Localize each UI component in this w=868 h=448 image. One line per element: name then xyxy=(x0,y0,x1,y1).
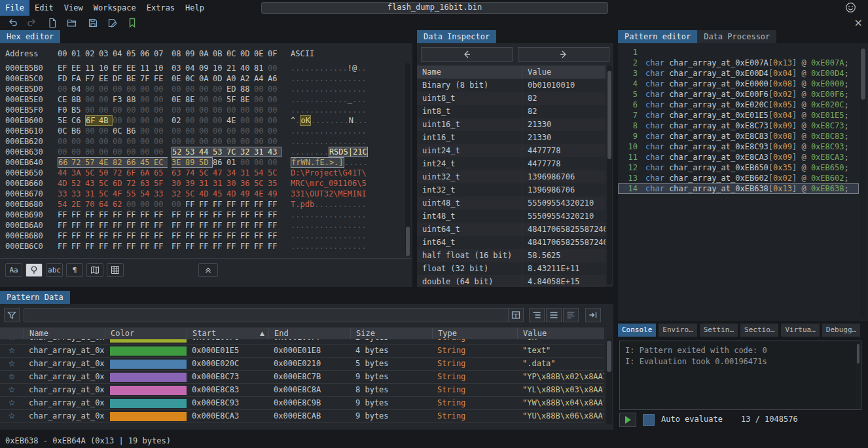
inspector-row[interactable]: uint8_t82 xyxy=(417,92,606,105)
ascii-char[interactable]: 3 xyxy=(295,189,300,199)
hex-byte[interactable]: 00 xyxy=(213,105,226,115)
menu-item-help[interactable]: Help xyxy=(180,0,209,16)
hex-byte[interactable]: FF xyxy=(71,241,85,252)
favorite-star-icon[interactable]: ☆ xyxy=(0,397,24,409)
hex-byte[interactable]: FF xyxy=(85,220,99,231)
code-line-1[interactable]: 1 xyxy=(618,47,859,58)
hex-byte[interactable]: FF xyxy=(99,210,113,220)
ascii-char[interactable]: . xyxy=(300,63,304,73)
hex-byte[interactable]: 33 xyxy=(154,189,168,199)
insert-mode-button[interactable] xyxy=(26,263,43,277)
ascii-char[interactable]: . xyxy=(329,94,333,105)
ascii-char[interactable]: . xyxy=(291,73,295,84)
inspector-row[interactable]: uint16_t21330 xyxy=(417,118,606,131)
ascii-char[interactable]: : xyxy=(295,168,300,178)
hex-byte[interactable]: 00 xyxy=(85,105,99,115)
inspector-row[interactable]: float (32 bit)8.43211E+11 xyxy=(417,262,606,275)
inspector-row[interactable]: double (64 bit)4.84058E+15 xyxy=(417,275,606,287)
hex-byte[interactable]: 00 xyxy=(99,105,113,115)
hex-byte[interactable]: 6F xyxy=(126,168,140,178)
hex-byte[interactable]: 7F xyxy=(140,73,154,84)
ascii-char[interactable]: . xyxy=(329,126,333,136)
menu-item-extras[interactable]: Extras xyxy=(141,0,180,16)
ascii-char[interactable]: . xyxy=(348,210,352,220)
ascii-char[interactable]: . xyxy=(291,241,295,252)
hex-byte[interactable]: FF xyxy=(71,210,85,220)
hex-byte[interactable]: 00 xyxy=(213,94,226,105)
hex-byte[interactable]: 2E xyxy=(71,199,85,210)
hex-byte[interactable]: A2 xyxy=(240,73,254,84)
hex-byte[interactable]: FF xyxy=(254,241,268,252)
hex-byte[interactable]: FF xyxy=(240,220,254,231)
hex-byte[interactable]: 66 xyxy=(126,157,140,168)
hex-byte[interactable]: 32 xyxy=(240,147,254,157)
hex-byte[interactable]: B6 xyxy=(71,126,85,136)
hex-byte[interactable]: EE xyxy=(126,63,140,73)
hex-byte[interactable]: 43 xyxy=(268,147,281,157)
ascii-char[interactable]: . xyxy=(310,231,314,241)
ascii-char[interactable]: . xyxy=(325,115,330,126)
ascii-char[interactable]: . xyxy=(300,231,304,241)
redo-icon[interactable] xyxy=(26,18,37,28)
hex-byte[interactable]: 4D xyxy=(226,189,240,199)
ascii-char[interactable]: . xyxy=(357,220,361,231)
hex-byte[interactable]: FD xyxy=(58,73,71,84)
ascii-char[interactable]: . xyxy=(358,157,363,168)
ascii-char[interactable]: . xyxy=(319,73,323,84)
hex-byte[interactable]: 00 xyxy=(199,126,213,136)
hex-row[interactable]: 000EB6703333315C4F555433325C4D454D494E49… xyxy=(0,189,403,199)
ascii-char[interactable]: . xyxy=(324,126,329,136)
ascii-char[interactable]: . xyxy=(319,241,323,252)
hex-byte[interactable]: 4B xyxy=(99,115,113,126)
hex-byte[interactable]: 81 xyxy=(254,63,268,73)
ascii-char[interactable]: \ xyxy=(362,168,367,178)
hex-byte[interactable]: 10 xyxy=(154,63,168,73)
hex-byte[interactable]: 00 xyxy=(254,115,268,126)
hex-byte[interactable]: 00 xyxy=(254,94,268,105)
hex-byte[interactable]: 5E xyxy=(58,115,71,126)
hex-byte[interactable]: 00 xyxy=(172,126,185,136)
favorite-star-icon[interactable]: ☆ xyxy=(0,339,24,344)
col-end[interactable]: End xyxy=(268,327,350,339)
hex-byte[interactable]: 00 xyxy=(268,157,281,168)
ascii-char[interactable]: . xyxy=(314,63,319,73)
menu-item-file[interactable]: File xyxy=(0,0,29,16)
hex-byte[interactable]: 6D xyxy=(113,178,126,189)
hex-byte[interactable]: FF xyxy=(240,241,254,252)
ascii-char[interactable]: . xyxy=(362,63,367,73)
ascii-char[interactable]: O xyxy=(310,189,314,199)
ascii-char[interactable]: . xyxy=(311,115,316,126)
undo-icon[interactable] xyxy=(8,18,18,28)
hex-byte[interactable]: 00 xyxy=(199,136,213,147)
hex-byte[interactable]: 00 xyxy=(113,115,126,126)
hex-byte[interactable]: 00 xyxy=(240,105,254,115)
ascii-char[interactable]: . xyxy=(310,157,315,168)
hex-byte[interactable]: 31 xyxy=(254,147,268,157)
ascii-char[interactable]: . xyxy=(291,147,295,157)
hex-byte[interactable]: 39 xyxy=(185,178,199,189)
hex-byte[interactable]: 00 xyxy=(140,126,154,136)
ascii-char[interactable]: ^ xyxy=(291,115,295,126)
ascii-char[interactable]: . xyxy=(335,115,339,126)
ascii-char[interactable]: . xyxy=(329,73,333,84)
hex-byte[interactable]: 02 xyxy=(172,115,185,126)
ascii-char[interactable]: . xyxy=(338,126,342,136)
hex-byte[interactable]: FF xyxy=(113,220,126,231)
ascii-char[interactable]: . xyxy=(333,73,338,84)
ascii-char[interactable]: . xyxy=(333,136,338,147)
ascii-char[interactable]: . xyxy=(314,84,319,94)
hex-byte[interactable]: FF xyxy=(154,210,168,220)
menu-item-workspace[interactable]: Workspace xyxy=(88,0,141,16)
hex-byte[interactable]: 00 xyxy=(226,136,240,147)
ascii-char[interactable]: . xyxy=(357,84,361,94)
ascii-char[interactable]: . xyxy=(343,136,348,147)
inspector-row[interactable]: int8_t82 xyxy=(417,105,606,118)
ascii-char[interactable]: . xyxy=(343,105,348,115)
hex-byte[interactable]: 00 xyxy=(85,84,99,94)
ascii-char[interactable]: . xyxy=(338,73,342,84)
hex-byte[interactable]: 8B xyxy=(71,94,85,105)
ascii-char[interactable]: . xyxy=(362,136,367,147)
ascii-char[interactable]: . xyxy=(324,210,329,220)
ascii-char[interactable]: G xyxy=(343,168,348,178)
hex-byte[interactable]: 50 xyxy=(99,168,113,178)
